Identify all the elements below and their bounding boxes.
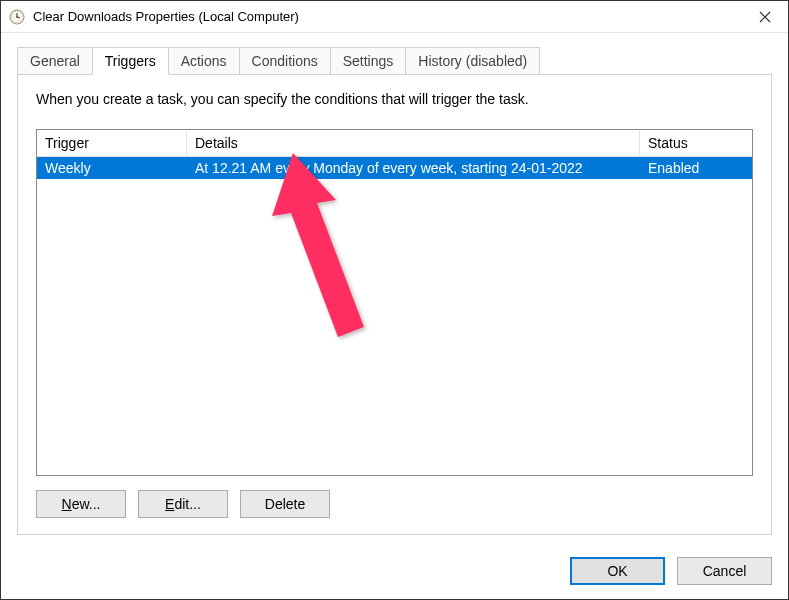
tab-history[interactable]: History (disabled) [405,47,540,74]
close-icon [759,11,771,23]
column-header-status[interactable]: Status [640,130,752,157]
dialog-content: General Triggers Actions Conditions Sett… [1,33,788,547]
clock-icon [9,9,25,25]
list-header: Trigger Details Status [37,130,752,157]
tab-actions[interactable]: Actions [168,47,240,74]
tab-conditions[interactable]: Conditions [239,47,331,74]
trigger-list[interactable]: Trigger Details Status Weekly At 12.21 A… [36,129,753,476]
edit-button[interactable]: Edit... [138,490,228,518]
column-header-trigger[interactable]: Trigger [37,130,187,157]
cell-trigger: Weekly [37,157,187,179]
triggers-panel: When you create a task, you can specify … [17,74,772,535]
panel-button-row: New... Edit... Delete [36,490,753,518]
table-row[interactable]: Weekly At 12.21 AM every Monday of every… [37,157,752,179]
delete-button[interactable]: Delete [240,490,330,518]
titlebar: Clear Downloads Properties (Local Comput… [1,1,788,33]
tab-triggers[interactable]: Triggers [92,47,169,75]
dialog-footer: OK Cancel [1,547,788,599]
tab-settings[interactable]: Settings [330,47,407,74]
window-title: Clear Downloads Properties (Local Comput… [33,9,742,24]
new-button[interactable]: New... [36,490,126,518]
cell-details: At 12.21 AM every Monday of every week, … [187,157,640,179]
cell-status: Enabled [640,157,752,179]
cancel-button[interactable]: Cancel [677,557,772,585]
close-button[interactable] [742,1,788,33]
svg-point-4 [16,16,18,18]
tab-strip: General Triggers Actions Conditions Sett… [17,47,772,74]
ok-button[interactable]: OK [570,557,665,585]
tab-general[interactable]: General [17,47,93,74]
panel-description: When you create a task, you can specify … [36,91,753,107]
column-header-details[interactable]: Details [187,130,640,157]
